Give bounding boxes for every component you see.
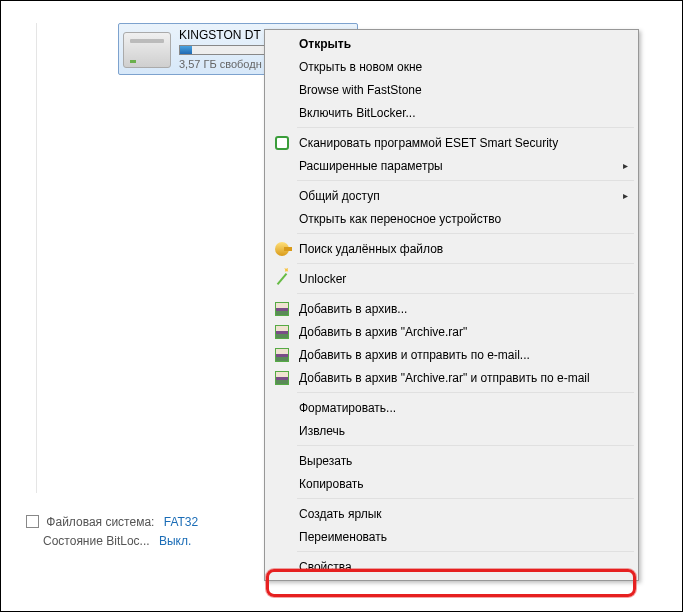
menu-eset-scan[interactable]: Сканировать программой ESET Smart Securi… (267, 131, 636, 154)
details-pane: Файловая система: FAT32 Состояние BitLoc… (26, 513, 198, 551)
menu-unlocker[interactable]: Unlocker (267, 267, 636, 290)
chevron-right-icon: ▸ (623, 191, 628, 201)
menu-open[interactable]: Открыть (267, 32, 636, 55)
menu-rar-email[interactable]: Добавить в архив и отправить по e-mail..… (267, 343, 636, 366)
menu-bitlocker[interactable]: Включить BitLocker... (267, 101, 636, 124)
menu-separator (297, 233, 634, 234)
menu-share[interactable]: Общий доступ▸ (267, 184, 636, 207)
menu-separator (297, 445, 634, 446)
wand-icon (277, 272, 288, 284)
menu-separator (297, 180, 634, 181)
fs-label: Файловая система: (46, 515, 154, 529)
menu-shortcut[interactable]: Создать ярлык (267, 502, 636, 525)
annotation-highlight (266, 569, 636, 597)
menu-rar-email-named[interactable]: Добавить в архив "Archive.rar" и отправи… (267, 366, 636, 389)
menu-separator (297, 551, 634, 552)
menu-separator (297, 293, 634, 294)
menu-separator (297, 263, 634, 264)
context-menu: Открыть Открыть в новом окне Browse with… (264, 29, 639, 581)
menu-cut[interactable]: Вырезать (267, 449, 636, 472)
winrar-icon (275, 348, 289, 362)
menu-browse-faststone[interactable]: Browse with FastStone (267, 78, 636, 101)
menu-rar-add[interactable]: Добавить в архив... (267, 297, 636, 320)
fs-value: FAT32 (164, 515, 198, 529)
menu-portable-device[interactable]: Открыть как переносное устройство (267, 207, 636, 230)
menu-eset-advanced[interactable]: Расширенные параметры▸ (267, 154, 636, 177)
menu-eject[interactable]: Извлечь (267, 419, 636, 442)
bitlocker-value: Выкл. (159, 534, 191, 548)
key-icon (275, 242, 289, 256)
menu-separator (297, 392, 634, 393)
winrar-icon (275, 325, 289, 339)
menu-copy[interactable]: Копировать (267, 472, 636, 495)
winrar-icon (275, 302, 289, 316)
eset-icon (275, 136, 289, 150)
bitlocker-label: Состояние BitLoc... (43, 534, 150, 548)
menu-separator (297, 498, 634, 499)
menu-open-new-window[interactable]: Открыть в новом окне (267, 55, 636, 78)
menu-separator (297, 127, 634, 128)
menu-search-deleted[interactable]: Поиск удалённых файлов (267, 237, 636, 260)
menu-format[interactable]: Форматировать... (267, 396, 636, 419)
chevron-right-icon: ▸ (623, 161, 628, 171)
menu-rename[interactable]: Переименовать (267, 525, 636, 548)
checkbox-icon (26, 515, 39, 528)
winrar-icon (275, 371, 289, 385)
menu-rar-add-named[interactable]: Добавить в архив "Archive.rar" (267, 320, 636, 343)
drive-icon (123, 32, 171, 68)
